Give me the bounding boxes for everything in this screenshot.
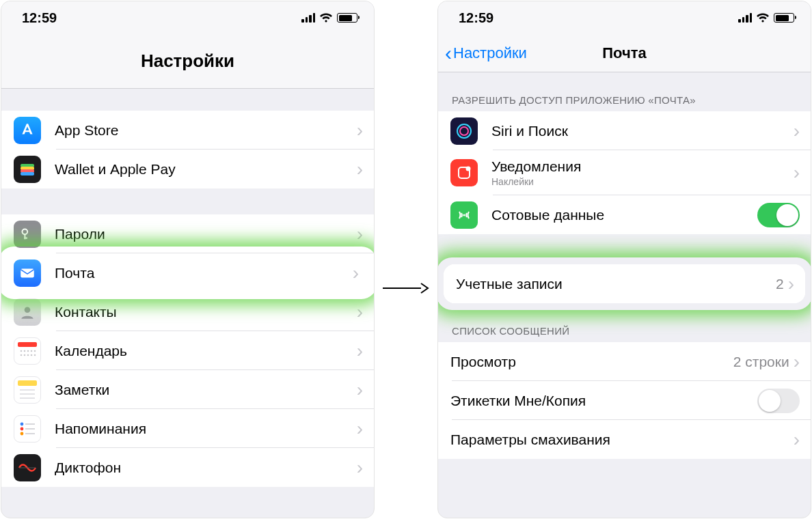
svg-point-10 bbox=[21, 350, 23, 352]
row-label: Уведомления bbox=[491, 158, 794, 175]
row-label: Напоминания bbox=[55, 421, 357, 437]
cellular-signal-icon bbox=[738, 13, 752, 23]
row-label: Календарь bbox=[55, 343, 357, 359]
status-bar: 12:59 bbox=[438, 1, 811, 34]
row-cellular[interactable]: Сотовые данные bbox=[438, 195, 811, 234]
settings-group-apps: Пароли › Почта › Контакты › bbox=[1, 214, 374, 487]
wifi-icon bbox=[756, 13, 770, 23]
status-icons bbox=[301, 13, 357, 23]
row-voicememos[interactable]: Диктофон › bbox=[1, 448, 374, 487]
svg-rect-6 bbox=[24, 237, 27, 238]
svg-point-35 bbox=[466, 167, 471, 171]
svg-point-12 bbox=[27, 350, 29, 352]
battery-icon bbox=[337, 13, 357, 23]
row-sublabel: Наклейки bbox=[491, 176, 794, 187]
mail-icon bbox=[14, 260, 41, 287]
battery-icon bbox=[774, 13, 794, 23]
calendar-icon bbox=[14, 337, 41, 365]
settings-group-store: App Store › Wallet и Apple Pay › bbox=[1, 111, 374, 188]
siri-icon bbox=[450, 117, 478, 145]
row-swipe-options[interactable]: Параметры смахивания › bbox=[438, 420, 811, 459]
chevron-right-icon: › bbox=[357, 225, 363, 244]
section-header-access: РАЗРЕШИТЬ ДОСТУП ПРИЛОЖЕНИЮ «ПОЧТА» bbox=[438, 72, 811, 111]
chevron-right-icon: › bbox=[788, 275, 794, 294]
cellular-toggle[interactable] bbox=[757, 203, 800, 227]
key-icon bbox=[14, 221, 41, 248]
chevron-right-icon: › bbox=[357, 341, 363, 361]
row-label: Заметки bbox=[55, 382, 357, 398]
mail-settings-scroll[interactable]: РАЗРЕШИТЬ ДОСТУП ПРИЛОЖЕНИЮ «ПОЧТА» Siri… bbox=[438, 72, 811, 518]
svg-rect-20 bbox=[18, 380, 37, 386]
cellular-signal-icon bbox=[301, 13, 315, 23]
chevron-right-icon: › bbox=[794, 352, 800, 371]
status-icons bbox=[738, 13, 794, 23]
row-accounts[interactable]: Учетные записи 2 › bbox=[444, 264, 805, 303]
chevron-right-icon: › bbox=[353, 264, 359, 283]
flow-arrow-icon bbox=[381, 277, 429, 299]
row-label: Пароли bbox=[55, 226, 357, 242]
svg-point-15 bbox=[21, 354, 23, 356]
row-label: Учетные записи bbox=[456, 276, 776, 292]
chevron-right-icon: › bbox=[357, 303, 363, 322]
row-label: Диктофон bbox=[55, 460, 357, 476]
chevron-right-icon: › bbox=[794, 122, 800, 141]
svg-point-17 bbox=[27, 354, 29, 356]
cellular-icon bbox=[450, 201, 478, 229]
row-label: Сотовые данные bbox=[491, 207, 757, 223]
phone-mail-settings: 12:59 ‹ Настройки Почта РАЗРЕШИТЬ ДОСТУП… bbox=[437, 1, 811, 518]
svg-point-14 bbox=[34, 350, 36, 352]
svg-point-24 bbox=[21, 422, 24, 425]
svg-point-36 bbox=[463, 214, 465, 216]
svg-rect-3 bbox=[21, 172, 34, 176]
svg-point-11 bbox=[24, 350, 26, 352]
contacts-icon bbox=[14, 298, 41, 326]
chevron-right-icon: › bbox=[794, 430, 800, 449]
row-value: 2 bbox=[776, 276, 784, 292]
group-message-list: Просмотр 2 строки › Этикетки Мне/Копия П… bbox=[438, 342, 811, 459]
page-title: Почта bbox=[438, 44, 811, 62]
status-time: 12:59 bbox=[459, 10, 493, 26]
row-calendar[interactable]: Календарь › bbox=[1, 331, 374, 370]
svg-point-19 bbox=[34, 354, 36, 356]
svg-point-26 bbox=[21, 432, 24, 435]
chevron-right-icon: › bbox=[357, 419, 363, 438]
row-mail[interactable]: Почта › bbox=[5, 253, 370, 292]
chevron-right-icon: › bbox=[357, 160, 363, 179]
chevron-right-icon: › bbox=[794, 163, 800, 182]
highlight-mail: Почта › bbox=[5, 253, 370, 292]
wifi-icon bbox=[319, 13, 333, 23]
svg-point-25 bbox=[21, 427, 24, 430]
row-reminders[interactable]: Напоминания › bbox=[1, 409, 374, 448]
svg-point-18 bbox=[31, 354, 33, 356]
row-preview[interactable]: Просмотр 2 строки › bbox=[438, 342, 811, 381]
nav-header: ‹ Настройки Почта bbox=[438, 34, 811, 72]
group-access: Siri и Поиск › Уведомления Наклейки › bbox=[438, 111, 811, 234]
row-siri[interactable]: Siri и Поиск › bbox=[438, 111, 811, 150]
chevron-right-icon: › bbox=[357, 380, 363, 399]
svg-point-16 bbox=[24, 354, 26, 356]
svg-rect-9 bbox=[18, 342, 37, 347]
row-label: Просмотр bbox=[450, 354, 733, 370]
notes-icon bbox=[14, 376, 41, 404]
page-title: Настройки bbox=[1, 51, 374, 72]
svg-point-8 bbox=[25, 307, 31, 313]
tocc-toggle[interactable] bbox=[757, 389, 800, 413]
row-label: Контакты bbox=[55, 304, 357, 320]
svg-rect-7 bbox=[21, 268, 34, 277]
row-label: Почта bbox=[55, 265, 353, 281]
appstore-icon bbox=[14, 117, 41, 144]
row-label: App Store bbox=[55, 122, 357, 139]
row-label: Параметры смахивания bbox=[450, 432, 794, 448]
highlight-accounts: Учетные записи 2 › bbox=[444, 264, 805, 303]
row-notes[interactable]: Заметки › bbox=[1, 370, 374, 409]
row-tocc-labels[interactable]: Этикетки Мне/Копия bbox=[438, 381, 811, 420]
nav-header: Настройки bbox=[1, 34, 374, 89]
status-bar: 12:59 bbox=[1, 1, 374, 34]
row-wallet[interactable]: Wallet и Apple Pay › bbox=[1, 150, 374, 188]
svg-point-33 bbox=[460, 127, 468, 135]
row-label: Этикетки Мне/Копия bbox=[450, 393, 757, 409]
row-appstore[interactable]: App Store › bbox=[1, 111, 374, 150]
row-notifications[interactable]: Уведомления Наклейки › bbox=[438, 150, 811, 195]
row-label-col: Уведомления Наклейки bbox=[491, 158, 794, 187]
settings-scroll[interactable]: App Store › Wallet и Apple Pay › Пароли bbox=[1, 89, 374, 518]
